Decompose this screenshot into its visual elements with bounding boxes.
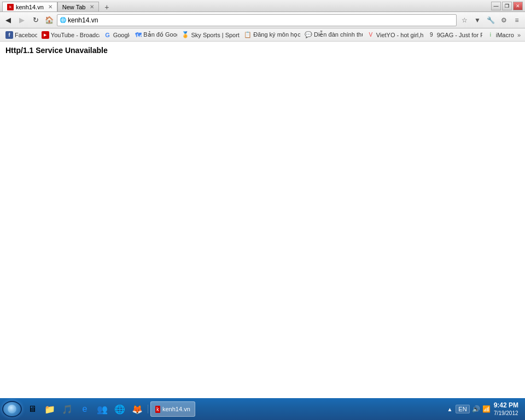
address-bar[interactable] <box>68 16 454 24</box>
tab-favicon-kenh14: k <box>7 4 14 10</box>
extensions-button[interactable]: ⚙ <box>498 14 510 26</box>
bookmark-skysports-label: Sky Sports | Sport N... <box>191 32 240 38</box>
ie-icon: e <box>83 404 88 414</box>
taskbar: 🖥 📁 🎵 e 👥 🌐 🦊 k kenh14.vn ▲ <box>0 398 525 420</box>
imacros-favicon: i <box>487 31 494 39</box>
chrome-icon: 🌐 <box>114 404 125 415</box>
taskbar-icon-users[interactable]: 👥 <box>94 401 110 417</box>
bookmark-google-maps[interactable]: 🗺 Bản đồ Google <box>131 30 177 40</box>
title-bar: k kenh14.vn ✕ New Tab ✕ + — ❐ ✕ <box>0 0 525 12</box>
error-message: Http/1.1 Service Unavailable <box>5 46 520 55</box>
tray-lang: EN <box>456 405 469 413</box>
forward-button[interactable]: ▶ <box>16 14 28 26</box>
tab-close-kenh14[interactable]: ✕ <box>48 4 52 10</box>
bookmark-9gag-label: 9GAG - Just for Fun! <box>437 32 482 38</box>
home-button[interactable]: 🏠 <box>43 14 55 26</box>
taskbar-icon-ie[interactable]: e <box>77 401 93 417</box>
youtube-favicon: ▶ <box>42 31 49 39</box>
bookmarks-more-button[interactable]: » <box>515 31 523 39</box>
vietyo-favicon: V <box>367 31 375 39</box>
refresh-button[interactable]: ↻ <box>30 14 42 26</box>
bookmark-youtube[interactable]: ▶ YouTube - Broadcas... <box>38 30 100 40</box>
users-icon: 👥 <box>97 404 108 415</box>
network-icon: 🖥 <box>28 404 37 414</box>
bookmark-skysports[interactable]: 🏅 Sky Sports | Sport N... <box>178 30 240 40</box>
new-tab-button[interactable]: + <box>101 3 112 11</box>
taskbar-separator <box>148 405 148 413</box>
start-button[interactable] <box>2 401 22 417</box>
google-maps-favicon: 🗺 <box>134 31 142 39</box>
dki-favicon: 📋 <box>244 31 252 39</box>
start-button-orb <box>8 405 16 413</box>
bookmark-imacros-label: iMacros <box>496 32 514 38</box>
address-bar-container: 🌐 <box>57 14 457 26</box>
star-button[interactable]: ☆ <box>458 14 470 26</box>
language-indicator[interactable]: EN <box>456 405 469 413</box>
bookmark-google[interactable]: G Google <box>101 30 130 40</box>
tab-label-newtab: New Tab <box>62 4 86 10</box>
bookmark-google-maps-label: Bản đồ Google <box>143 31 177 38</box>
clock-time: 9:42 PM <box>494 401 518 410</box>
firefox-icon: 🦊 <box>132 404 143 415</box>
bookmark-dien-dan[interactable]: 💬 Diễn đàn chính thức... <box>301 30 363 40</box>
tray-icons: EN 🔊 📶 <box>456 405 490 413</box>
address-lock-icon: 🌐 <box>60 17 66 23</box>
taskbar-icon-chrome[interactable]: 🌐 <box>112 401 128 417</box>
system-clock[interactable]: 9:42 PM 7/19/2012 <box>494 401 518 417</box>
tab-label-kenh14: kenh14.vn <box>16 4 44 10</box>
window-controls: — ❐ ✕ <box>491 2 523 10</box>
taskbar-icon-folder[interactable]: 📁 <box>42 401 58 417</box>
tray-volume-icon[interactable]: 🔊 <box>472 405 480 413</box>
diendan-favicon: 💬 <box>305 31 312 39</box>
bookmark-vietyo[interactable]: V VietYO - hot girl,hot... <box>364 30 423 40</box>
clock-date: 7/19/2012 <box>494 410 518 417</box>
taskbar-items: 🖥 📁 🎵 e 👥 🌐 🦊 k kenh14.vn <box>24 401 442 417</box>
taskbar-icon-media[interactable]: 🎵 <box>59 401 75 417</box>
bookmark-imacros[interactable]: i iMacros <box>483 30 514 40</box>
tab-close-newtab[interactable]: ✕ <box>90 4 94 10</box>
system-tray: ▲ EN 🔊 📶 9:42 PM 7/19/2012 <box>442 401 523 417</box>
page-content: Http/1.1 Service Unavailable <box>0 42 525 398</box>
menu-button[interactable]: ≡ <box>511 14 523 26</box>
tab-kenh14[interactable]: k kenh14.vn ✕ <box>2 2 57 11</box>
taskbar-app-label: kenh14.vn <box>162 406 190 412</box>
folder-icon: 📁 <box>44 404 55 415</box>
taskbar-icon-network[interactable]: 🖥 <box>24 401 40 417</box>
tray-network-icon[interactable]: 📶 <box>482 405 491 413</box>
taskbar-app-kenh14[interactable]: k kenh14.vn <box>150 401 195 417</box>
bookmark-youtube-label: YouTube - Broadcas... <box>51 32 100 38</box>
taskbar-icon-firefox[interactable]: 🦊 <box>129 401 145 417</box>
bookmark-google-label: Google <box>113 32 130 38</box>
bookmark-dki-label: Đăng ký môn học tr... <box>253 31 300 38</box>
wrench-button[interactable]: 🔧 <box>485 14 497 26</box>
nav-right-icons: ☆ ▼ 🔧 ⚙ ≡ <box>458 14 523 26</box>
minimize-button[interactable]: — <box>491 2 501 10</box>
show-hidden-icons-button[interactable]: ▲ <box>447 406 452 412</box>
taskbar-app-favicon: k <box>155 406 160 413</box>
bookmark-9gag[interactable]: 9 9GAG - Just for Fun! <box>424 30 482 40</box>
facebook-favicon: f <box>5 31 13 39</box>
bookmark-facebook[interactable]: f Facebook <box>2 30 37 40</box>
tab-newtab[interactable]: New Tab ✕ <box>57 2 100 11</box>
back-button[interactable]: ◀ <box>2 14 14 26</box>
close-button[interactable]: ✕ <box>513 2 523 10</box>
bookmark-dki[interactable]: 📋 Đăng ký môn học tr... <box>241 30 300 40</box>
google-favicon: G <box>104 31 112 39</box>
navigation-bar: ◀ ▶ ↻ 🏠 🌐 ☆ ▼ 🔧 ⚙ ≡ <box>0 12 525 28</box>
restore-button[interactable]: ❐ <box>502 2 512 10</box>
bookmark-dien-dan-label: Diễn đàn chính thức... <box>314 31 363 38</box>
bookmark-vietyo-label: VietYO - hot girl,hot... <box>376 32 423 38</box>
bookmark-facebook-label: Facebook <box>15 32 37 38</box>
bookmarks-bar: f Facebook ▶ YouTube - Broadcas... G Goo… <box>0 28 525 42</box>
9gag-favicon: 9 <box>428 31 435 39</box>
media-icon: 🎵 <box>62 404 73 415</box>
bookmark-manager-button[interactable]: ▼ <box>471 14 483 26</box>
skysports-favicon: 🏅 <box>182 31 189 39</box>
tab-strip: k kenh14.vn ✕ New Tab ✕ + <box>2 0 112 11</box>
